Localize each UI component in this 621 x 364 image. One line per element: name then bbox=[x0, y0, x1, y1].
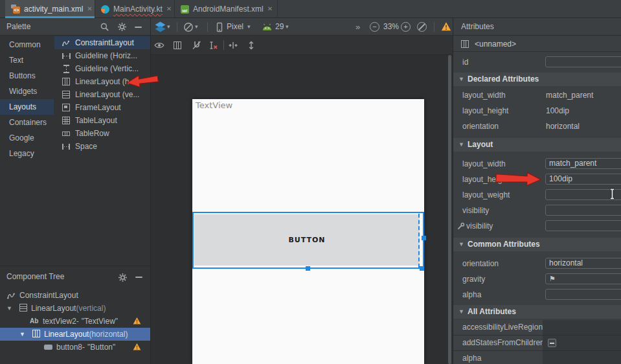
attribute-row[interactable]: layout_height 100dip bbox=[453, 103, 621, 119]
collapse-arrow-icon[interactable]: ▼ bbox=[6, 302, 12, 315]
tab-activity-main-xml[interactable]: <> activity_main.xml ✕ bbox=[5, 0, 95, 18]
design-canvas[interactable]: TextView BUTTON bbox=[151, 55, 453, 364]
clear-constraints-icon[interactable] bbox=[209, 40, 219, 51]
visibility-input[interactable] bbox=[545, 205, 621, 216]
section-common-attributes[interactable]: ▼ Common Attributes bbox=[453, 238, 621, 251]
gear-icon[interactable] bbox=[118, 273, 128, 282]
expand-vertical-icon[interactable] bbox=[246, 40, 256, 51]
gear-icon[interactable] bbox=[117, 22, 127, 32]
palette-category-google[interactable]: Google bbox=[0, 130, 54, 146]
attribute-row[interactable]: layout_width match_parent bbox=[453, 87, 621, 103]
attribute-value[interactable]: 100dip bbox=[546, 103, 569, 119]
warnings-icon[interactable] bbox=[441, 21, 451, 32]
palette-item-constraintlayout[interactable]: ConstraintLayout bbox=[54, 36, 150, 49]
palette-item-linearlayout-vertical[interactable]: LinearLayout (ve... bbox=[54, 88, 150, 101]
attribute-label-cell: alpha bbox=[453, 351, 543, 364]
zoom-out-icon[interactable]: − bbox=[370, 22, 379, 32]
attribute-row[interactable]: orientation horizontal bbox=[453, 119, 621, 134]
tab-mainactivity-kt[interactable]: MainActivity.kt ✕ bbox=[95, 0, 175, 18]
tree-item-linearlayout-horizontal[interactable]: ▼ LinearLayout(horizontal) bbox=[0, 328, 150, 341]
attribute-label: id bbox=[462, 54, 468, 71]
layout-width-input[interactable]: match_parent bbox=[545, 158, 621, 169]
attribute-row[interactable]: alpha bbox=[453, 351, 621, 364]
guideline-vertical-icon bbox=[62, 65, 71, 73]
palette-item-tablerow[interactable]: TableRow bbox=[54, 127, 150, 140]
design-surface-icon[interactable] bbox=[155, 21, 166, 32]
palette-category-containers[interactable]: Containers bbox=[0, 115, 54, 130]
panel-divider[interactable] bbox=[150, 18, 151, 364]
hide-panel-icon[interactable] bbox=[135, 277, 142, 278]
device-selector[interactable]: Pixel bbox=[227, 18, 243, 36]
section-declared-attributes[interactable]: ▼ Declared Attributes bbox=[453, 73, 621, 86]
attribute-row[interactable]: addStatesFromChildren bbox=[453, 336, 621, 351]
collapse-triangle-icon[interactable]: ▼ bbox=[458, 238, 464, 251]
linearlayout-orientation-icon[interactable] bbox=[174, 41, 181, 49]
palette-item-tablelayout[interactable]: TableLayout bbox=[54, 114, 150, 127]
infer-constraints-icon[interactable] bbox=[228, 40, 238, 51]
chevron-down-icon[interactable]: ▾ bbox=[167, 18, 170, 36]
view-options-eye-icon[interactable] bbox=[154, 40, 164, 51]
android-api-icon[interactable] bbox=[262, 23, 273, 31]
palette-item-space[interactable]: Space bbox=[54, 140, 150, 153]
device-screen[interactable]: TextView BUTTON bbox=[192, 99, 424, 364]
chevron-down-icon[interactable]: ▾ bbox=[247, 18, 251, 36]
close-tab-icon[interactable]: ✕ bbox=[87, 6, 92, 12]
indeterminate-checkbox[interactable] bbox=[548, 339, 556, 347]
section-title: Layout bbox=[468, 138, 493, 152]
id-input[interactable] bbox=[545, 56, 621, 67]
toolbar-overflow-icon[interactable]: » bbox=[356, 18, 360, 36]
collapse-triangle-icon[interactable]: ▼ bbox=[458, 305, 464, 319]
palette-category-buttons[interactable]: Buttons bbox=[0, 68, 54, 84]
search-icon[interactable] bbox=[100, 22, 109, 32]
attribute-label: visibility bbox=[462, 203, 489, 218]
alpha-input[interactable] bbox=[545, 289, 621, 300]
attribute-value[interactable]: horizontal bbox=[546, 119, 580, 134]
api-level-selector[interactable]: 29 bbox=[275, 18, 284, 36]
resize-handle-right[interactable] bbox=[422, 236, 426, 240]
tree-item-textview2[interactable]: Ab textView2-"TextView" bbox=[0, 315, 150, 328]
palette-category-text[interactable]: Text bbox=[0, 52, 54, 68]
orientation-icon[interactable] bbox=[183, 22, 194, 32]
autoconnect-off-icon[interactable] bbox=[192, 40, 202, 51]
resize-handle-bottom-right[interactable] bbox=[420, 266, 424, 271]
device-phone-icon[interactable] bbox=[214, 22, 225, 32]
palette-item-guideline-horizontal[interactable]: Guideline (Horiz... bbox=[54, 49, 150, 62]
palette-category-legacy[interactable]: Legacy bbox=[0, 146, 54, 161]
close-tab-icon[interactable]: ✕ bbox=[267, 6, 273, 12]
gravity-input[interactable]: ⚑ bbox=[545, 273, 621, 284]
attribute-value-cell[interactable] bbox=[543, 336, 621, 350]
selection-frame[interactable] bbox=[192, 212, 424, 269]
attribute-value[interactable]: match_parent bbox=[546, 87, 593, 103]
hide-panel-icon[interactable] bbox=[135, 27, 142, 28]
panel-divider[interactable] bbox=[453, 18, 453, 364]
tree-item-linearlayout-vertical[interactable]: ▼ LinearLayout(vertical) bbox=[0, 302, 150, 315]
palette-item-framelayout[interactable]: FrameLayout bbox=[54, 101, 150, 114]
collapse-arrow-icon[interactable]: ▼ bbox=[19, 328, 25, 341]
attribute-value-cell[interactable] bbox=[543, 320, 621, 335]
palette-category-common[interactable]: Common bbox=[0, 37, 54, 52]
tools-visibility-input[interactable] bbox=[545, 220, 621, 231]
zoom-in-icon[interactable]: + bbox=[401, 22, 411, 32]
palette-category-widgets[interactable]: Widgets bbox=[0, 84, 54, 99]
chevron-down-icon[interactable]: ▾ bbox=[195, 18, 198, 36]
collapse-triangle-icon[interactable]: ▼ bbox=[458, 138, 464, 152]
collapse-triangle-icon[interactable]: ▼ bbox=[458, 73, 464, 86]
tree-item-constraintlayout[interactable]: ConstraintLayout bbox=[0, 289, 150, 302]
resize-handle-bottom[interactable] bbox=[306, 266, 310, 271]
section-all-attributes[interactable]: ▼ All Attributes bbox=[453, 305, 621, 319]
tab-androidmanifest-xml[interactable]: MF AndroidManifest.xml ✕ bbox=[175, 0, 278, 18]
selected-component-strip: <unnamed> bbox=[453, 37, 621, 52]
zoom-to-fit-icon[interactable] bbox=[417, 22, 427, 32]
close-tab-icon[interactable]: ✕ bbox=[166, 6, 172, 12]
attribute-row[interactable]: accessibilityLiveRegion bbox=[453, 320, 621, 336]
flag-icon[interactable]: ⚑ bbox=[549, 275, 556, 282]
section-layout[interactable]: ▼ Layout bbox=[453, 138, 621, 152]
orientation-input[interactable]: horizontal bbox=[545, 258, 621, 269]
palette-category-layouts[interactable]: Layouts bbox=[0, 99, 54, 115]
textview-widget[interactable]: TextView bbox=[196, 100, 232, 110]
chevron-down-icon[interactable]: ▾ bbox=[286, 18, 289, 36]
tree-item-button8[interactable]: button8-"Button" bbox=[0, 341, 150, 354]
canvas-scrollbar[interactable] bbox=[448, 55, 451, 364]
layout-height-input[interactable]: 100dip bbox=[545, 174, 621, 185]
attribute-value-cell[interactable] bbox=[543, 351, 621, 364]
